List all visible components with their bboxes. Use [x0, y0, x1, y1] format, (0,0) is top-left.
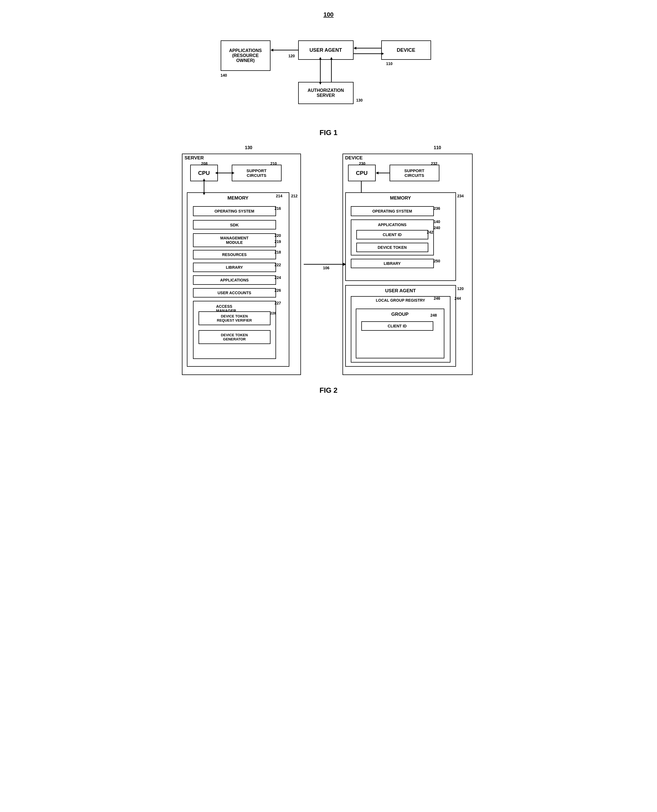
- fig1-arrows: [215, 24, 442, 123]
- ref2-222: 222: [275, 262, 281, 267]
- device-support-box: SUPPORT CIRCUITS: [389, 165, 439, 181]
- library-device-box: LIBRARY: [351, 259, 434, 268]
- server-label: SERVER: [182, 154, 300, 162]
- auth-server-box: AUTHORIZATION SERVER: [298, 82, 353, 104]
- server-support-box: SUPPORT CIRCUITS: [232, 165, 282, 181]
- fig1-container: 100 APPLICATIONS (RESOURCE OWNER) USER A…: [215, 11, 442, 137]
- ref2-248: 248: [431, 313, 437, 317]
- ref2-120b: 120: [458, 286, 464, 291]
- user-agent-box: USER AGENT: [298, 40, 353, 60]
- mgmt-box: MANAGEMENT MODULE: [193, 233, 276, 247]
- apps-device-label: APPLICATIONS: [376, 221, 409, 228]
- fig2-label: FIG 2: [319, 386, 338, 394]
- user-accounts-box: USER ACCOUNTS: [193, 288, 276, 298]
- fig2-container: 130 110 SERVER DEVICE CPU 208 SUPPORT CI…: [176, 145, 481, 394]
- ref2-210: 210: [271, 161, 277, 166]
- ref2-246: 246: [434, 296, 440, 301]
- client-id-device-box: CLIENT ID: [357, 230, 428, 239]
- ref2-227: 227: [275, 301, 281, 305]
- applications-server-box: APPLICATIONS: [193, 275, 276, 285]
- ref2-216: 216: [275, 206, 281, 211]
- group-label: GROUP: [389, 311, 411, 318]
- device-box: DEVICE: [381, 40, 431, 60]
- ref2-208: 208: [201, 161, 208, 166]
- ref-140: 140: [221, 73, 227, 78]
- ref2-242: 242: [427, 230, 433, 234]
- ref2-236: 236: [434, 206, 440, 211]
- ref-120: 120: [288, 54, 295, 58]
- access-manager-outer: ACCESS MANAGER: [193, 301, 276, 359]
- library-server-box: LIBRARY: [193, 262, 276, 272]
- device-label: DEVICE: [343, 154, 472, 162]
- svg-marker-5: [271, 49, 273, 51]
- local-group-registry-label: LOCAL GROUP REGISTRY: [376, 298, 425, 303]
- sdk-box: SDK: [193, 220, 276, 230]
- ref2-218: 218: [275, 250, 281, 254]
- resources-box: RESOURCES: [193, 250, 276, 259]
- user-agent-device-label: USER AGENT: [383, 287, 418, 295]
- fig1-diagram: APPLICATIONS (RESOURCE OWNER) USER AGENT…: [215, 24, 442, 123]
- ref-110: 110: [386, 61, 392, 66]
- ref2-110: 110: [434, 145, 441, 150]
- ref2-244: 244: [455, 296, 461, 301]
- ref2-228: 228: [271, 311, 276, 315]
- ref2-220: 220: [275, 233, 281, 238]
- ref2-214: 214: [276, 194, 282, 198]
- server-cpu-box: CPU: [190, 165, 218, 181]
- fig1-label: FIG 1: [319, 129, 338, 137]
- ref2-212: 212: [291, 194, 297, 198]
- ref2-226: 226: [275, 288, 281, 292]
- ref2-234: 234: [458, 194, 464, 198]
- ref-130: 130: [357, 98, 363, 102]
- os-server-box: OPERATING SYSTEM: [193, 206, 276, 216]
- device-cpu-box: CPU: [348, 165, 376, 181]
- fig2-diagram: 130 110 SERVER DEVICE CPU 208 SUPPORT CI…: [176, 145, 481, 383]
- ref2-140b: 140: [434, 219, 440, 224]
- dt-generator-box: DEVICE TOKEN GENERATOR: [199, 330, 271, 344]
- ref2-219: 219: [275, 239, 281, 244]
- ref2-130: 130: [245, 145, 252, 150]
- svg-marker-1: [353, 47, 357, 50]
- server-memory-label: MEMORY: [225, 194, 251, 202]
- fig1-ref-top: 100: [323, 11, 334, 18]
- device-memory-label: MEMORY: [388, 194, 413, 202]
- client-id-group-box: CLIENT ID: [361, 321, 433, 331]
- applications-box: APPLICATIONS (RESOURCE OWNER): [221, 40, 271, 71]
- device-token-box: DEVICE TOKEN: [357, 243, 428, 252]
- ref2-240: 240: [434, 225, 440, 230]
- ref2-224: 224: [275, 275, 281, 280]
- ref2-106: 106: [323, 265, 330, 270]
- ref2-250: 250: [434, 259, 440, 263]
- os-device-box: OPERATING SYSTEM: [351, 206, 434, 216]
- ref2-230: 230: [359, 161, 366, 166]
- dt-request-box: DEVICE TOKEN REQUEST VERIFIER: [199, 311, 271, 325]
- ref2-232: 232: [431, 161, 437, 166]
